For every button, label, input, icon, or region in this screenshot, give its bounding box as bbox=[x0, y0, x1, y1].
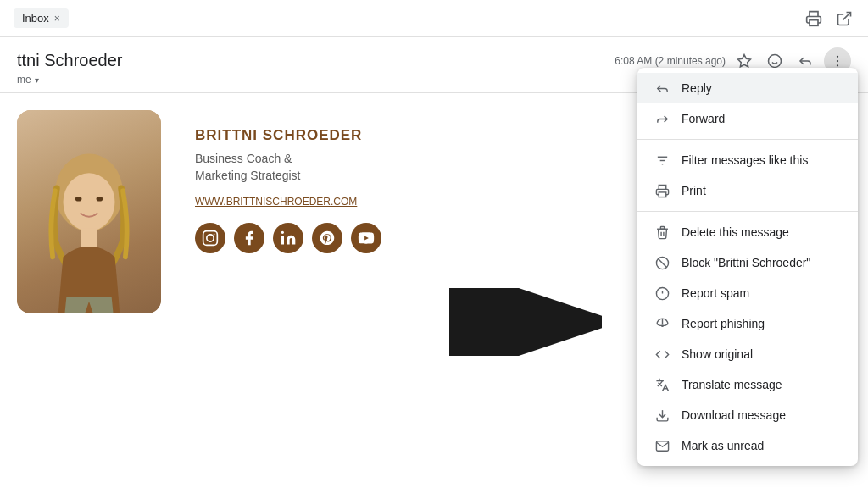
original-menu-icon bbox=[654, 347, 670, 362]
menu-item-print[interactable]: Print bbox=[637, 175, 858, 206]
svg-line-28 bbox=[658, 258, 666, 267]
email-signature: BRITTNI SCHROEDER Business Coach & Marke… bbox=[195, 110, 381, 253]
delete-menu-icon bbox=[654, 225, 670, 240]
block-label: Block "Brittni Schroeder" bbox=[682, 256, 810, 269]
menu-item-filter[interactable]: Filter messages like this bbox=[637, 145, 858, 175]
menu-divider-1 bbox=[637, 139, 858, 140]
svg-rect-26 bbox=[660, 226, 664, 229]
inbox-tab[interactable]: Inbox × bbox=[14, 8, 69, 28]
download-menu-icon bbox=[654, 408, 670, 423]
svg-point-15 bbox=[207, 235, 214, 241]
sig-social-icons bbox=[195, 223, 381, 253]
svg-rect-14 bbox=[203, 231, 218, 246]
menu-item-forward[interactable]: Forward bbox=[637, 103, 858, 134]
svg-point-16 bbox=[214, 234, 215, 236]
translate-menu-icon bbox=[654, 377, 670, 392]
menu-item-download[interactable]: Download message bbox=[637, 400, 858, 430]
menu-item-original[interactable]: Show original bbox=[637, 339, 858, 369]
unread-label: Mark as unread bbox=[682, 439, 764, 452]
reply-menu-icon bbox=[654, 80, 670, 96]
phishing-menu-icon bbox=[654, 316, 670, 331]
youtube-icon[interactable] bbox=[351, 223, 381, 253]
close-tab-button[interactable]: × bbox=[54, 13, 60, 25]
email-timestamp: 6:08 AM (2 minutes ago) bbox=[615, 55, 726, 67]
popout-icon[interactable] bbox=[834, 8, 854, 29]
block-menu-icon bbox=[654, 255, 670, 270]
spam-menu-icon bbox=[654, 286, 670, 301]
menu-item-translate[interactable]: Translate message bbox=[637, 369, 858, 400]
svg-point-3 bbox=[769, 55, 782, 68]
svg-point-6 bbox=[837, 56, 838, 58]
svg-point-8 bbox=[837, 64, 838, 66]
svg-point-10 bbox=[64, 173, 115, 231]
svg-point-7 bbox=[837, 60, 838, 62]
menu-item-spam[interactable]: Report spam bbox=[637, 278, 858, 308]
linkedin-icon[interactable] bbox=[273, 223, 303, 253]
svg-rect-13 bbox=[81, 228, 97, 247]
arrow-indicator bbox=[449, 288, 602, 359]
svg-point-18 bbox=[281, 231, 284, 234]
print-icon[interactable] bbox=[804, 8, 824, 29]
menu-item-reply[interactable]: Reply bbox=[637, 73, 858, 103]
menu-item-block[interactable]: Block "Brittni Schroeder" bbox=[637, 247, 858, 278]
filter-menu-icon bbox=[654, 152, 670, 168]
svg-rect-0 bbox=[810, 19, 818, 25]
svg-rect-25 bbox=[659, 191, 666, 197]
menu-divider-2 bbox=[637, 211, 858, 212]
sig-title: Business Coach & Marketing Strategist bbox=[195, 151, 381, 184]
print-label: Print bbox=[682, 184, 706, 197]
filter-label: Filter messages like this bbox=[682, 153, 808, 167]
delete-label: Delete this message bbox=[682, 225, 789, 239]
inbox-label: Inbox bbox=[22, 12, 49, 25]
facebook-icon[interactable] bbox=[234, 223, 264, 253]
pinterest-icon[interactable] bbox=[312, 223, 342, 253]
forward-label: Forward bbox=[682, 112, 725, 125]
unread-menu-icon bbox=[654, 438, 670, 453]
translate-label: Translate message bbox=[682, 378, 782, 391]
menu-item-phishing[interactable]: Report phishing bbox=[637, 308, 858, 339]
chevron-down-icon[interactable]: ▾ bbox=[35, 75, 39, 85]
print-menu-icon bbox=[654, 183, 670, 198]
sender-photo bbox=[17, 110, 161, 313]
svg-point-32 bbox=[661, 324, 662, 325]
original-label: Show original bbox=[682, 347, 753, 361]
menu-item-unread[interactable]: Mark as unread bbox=[637, 430, 858, 461]
svg-marker-2 bbox=[738, 55, 751, 67]
spam-label: Report spam bbox=[682, 286, 749, 300]
svg-rect-17 bbox=[281, 236, 284, 245]
to-label: me bbox=[17, 74, 31, 86]
phishing-label: Report phishing bbox=[682, 317, 765, 330]
top-bar-actions bbox=[804, 8, 854, 29]
context-menu: Reply Forward Filter messages like this bbox=[637, 68, 858, 466]
reply-label: Reply bbox=[682, 81, 712, 95]
top-bar: Inbox × bbox=[0, 0, 868, 37]
svg-point-12 bbox=[97, 197, 103, 202]
download-label: Download message bbox=[682, 408, 786, 422]
forward-menu-icon bbox=[654, 111, 670, 126]
sig-name: BRITTNI SCHROEDER bbox=[195, 127, 381, 144]
sig-website[interactable]: WWW.BRITTNISCHROEDER.COM bbox=[195, 196, 381, 208]
svg-point-11 bbox=[75, 197, 82, 202]
svg-line-1 bbox=[843, 12, 850, 19]
menu-item-delete[interactable]: Delete this message bbox=[637, 217, 858, 247]
instagram-icon[interactable] bbox=[195, 223, 225, 253]
